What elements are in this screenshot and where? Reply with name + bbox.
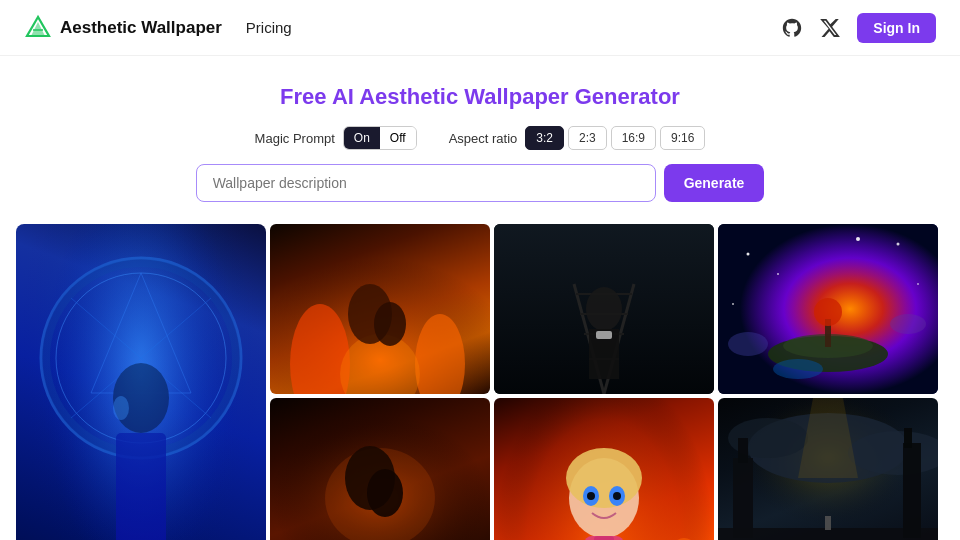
svg-point-20	[374, 302, 406, 346]
gallery-item-wednesday[interactable]	[494, 224, 714, 394]
svg-point-57	[587, 492, 595, 500]
gallery-item-dark-tower[interactable]	[718, 398, 938, 540]
svg-point-44	[890, 314, 926, 334]
svg-rect-13	[16, 224, 266, 540]
svg-point-32	[747, 253, 750, 256]
gallery-item-fire-hug2[interactable]	[270, 398, 490, 540]
svg-rect-71	[825, 516, 831, 530]
sign-in-button[interactable]: Sign In	[857, 13, 936, 43]
svg-rect-69	[903, 443, 921, 538]
fire-hug-art	[270, 224, 490, 394]
generate-button[interactable]: Generate	[664, 164, 765, 202]
svg-point-58	[613, 492, 621, 500]
gallery-item-fire-hug[interactable]	[270, 224, 490, 394]
header-left: Aesthetic Wallpaper Pricing	[24, 14, 292, 42]
cosmic-art	[718, 224, 938, 394]
aspect-9-16[interactable]: 9:16	[660, 126, 705, 150]
svg-rect-68	[738, 438, 748, 463]
controls-row: Magic Prompt On Off Aspect ratio 3:2 2:3…	[20, 126, 940, 150]
magic-prompt-group: Magic Prompt On Off	[255, 126, 417, 150]
wednesday-art	[494, 224, 714, 394]
svg-point-36	[732, 303, 734, 305]
gallery-item-barbie-fire[interactable]	[494, 398, 714, 540]
fire-hug2-art	[270, 398, 490, 540]
search-input[interactable]	[196, 164, 656, 202]
svg-point-37	[856, 237, 860, 241]
blue-woman-art	[16, 224, 266, 540]
svg-point-41	[814, 298, 842, 326]
nav-pricing[interactable]: Pricing	[246, 19, 292, 36]
svg-point-43	[728, 332, 768, 356]
aspect-2-3[interactable]: 2:3	[568, 126, 607, 150]
github-icon[interactable]	[781, 17, 803, 39]
aspect-ratio-group: Aspect ratio 3:2 2:3 16:9 9:16	[449, 126, 706, 150]
svg-point-33	[777, 273, 779, 275]
svg-point-35	[917, 283, 919, 285]
search-row: Generate	[20, 164, 940, 202]
svg-point-48	[367, 469, 403, 517]
logo-text: Aesthetic Wallpaper	[60, 18, 222, 38]
svg-rect-67	[733, 458, 753, 538]
header-right: Sign In	[781, 13, 936, 43]
magic-prompt-on[interactable]: On	[344, 127, 380, 149]
svg-point-42	[773, 359, 823, 379]
gallery-item-blue-woman[interactable]	[16, 224, 266, 540]
aspect-3-2[interactable]: 3:2	[525, 126, 564, 150]
twitter-icon[interactable]	[819, 17, 841, 39]
aspect-16-9[interactable]: 16:9	[611, 126, 656, 150]
magic-prompt-toggle[interactable]: On Off	[343, 126, 417, 150]
svg-point-54	[566, 448, 642, 508]
svg-point-28	[586, 287, 622, 331]
hero-section: Free AI Aesthetic Wallpaper Generator Ma…	[0, 56, 960, 220]
dark-tower-art	[718, 398, 938, 540]
gallery-item-cosmic[interactable]	[718, 224, 938, 394]
barbie-art	[494, 398, 714, 540]
header: Aesthetic Wallpaper Pricing Sign In	[0, 0, 960, 56]
magic-prompt-label: Magic Prompt	[255, 131, 335, 146]
svg-rect-70	[904, 428, 912, 448]
logo-link[interactable]: Aesthetic Wallpaper	[24, 14, 222, 42]
logo-icon	[24, 14, 52, 42]
svg-rect-30	[596, 331, 612, 339]
hero-title: Free AI Aesthetic Wallpaper Generator	[20, 84, 940, 110]
svg-rect-60	[594, 536, 614, 540]
svg-point-34	[897, 243, 900, 246]
aspect-ratio-label: Aspect ratio	[449, 131, 518, 146]
gallery	[0, 220, 960, 540]
aspect-options: 3:2 2:3 16:9 9:16	[525, 126, 705, 150]
magic-prompt-off[interactable]: Off	[380, 127, 416, 149]
